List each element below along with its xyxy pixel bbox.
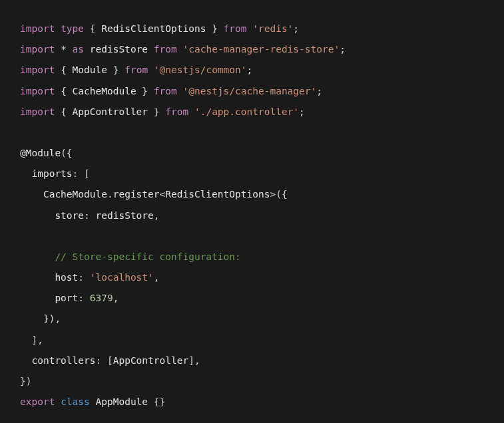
keyword-class: class	[61, 396, 90, 407]
indent	[20, 251, 55, 262]
semicolon: ;	[247, 65, 253, 75]
indent	[20, 355, 31, 366]
brace: {	[61, 86, 67, 96]
brace: }	[113, 65, 119, 75]
semicolon: ;	[299, 106, 305, 117]
keyword-type: type	[61, 23, 84, 34]
semicolon: ;	[316, 86, 322, 96]
brace: {	[154, 396, 160, 407]
indent	[20, 272, 55, 283]
code-line-17: controllers: [AppController],	[20, 351, 484, 371]
paren: (	[276, 189, 282, 200]
code-line-14: port: 6379,	[20, 288, 484, 309]
string-literal: 'localhost'	[90, 272, 154, 283]
brace: {	[67, 148, 73, 158]
code-line-8: imports: [	[20, 164, 484, 184]
string-literal: './app.controller'	[194, 106, 299, 117]
keyword-from: from	[154, 44, 177, 55]
keyword-import: import	[20, 65, 55, 75]
class-name: AppModule	[96, 396, 148, 407]
code-line-19: export class AppModule {}	[20, 392, 484, 412]
brace: }	[20, 376, 26, 386]
identifier: redisStore	[96, 210, 154, 221]
semicolon: ;	[293, 23, 299, 34]
keyword-from: from	[154, 86, 177, 96]
comma: ,	[154, 210, 160, 221]
code-line-2: import * as redisStore from 'cache-manag…	[20, 39, 484, 60]
keyword-import: import	[20, 44, 55, 55]
code-block: import type { RedisClientOptions } from …	[20, 19, 484, 412]
property: port	[55, 293, 78, 303]
keyword-from: from	[224, 23, 247, 34]
brace: {	[90, 23, 96, 34]
code-line-blank	[20, 122, 484, 143]
keyword-from: from	[165, 106, 188, 117]
bracket: ]	[31, 335, 37, 345]
identifier: CacheModule	[73, 86, 136, 96]
code-line-15: }),	[20, 309, 484, 329]
identifier: AppController	[113, 355, 189, 366]
type-name: RedisClientOptions	[165, 189, 270, 200]
keyword-from: from	[125, 65, 148, 75]
property: controllers	[31, 355, 95, 366]
string-literal: '@nestjs/common'	[154, 65, 247, 75]
brace: }	[160, 396, 166, 407]
code-line-13: host: 'localhost',	[20, 267, 484, 288]
indent	[20, 189, 43, 200]
code-line-18: })	[20, 371, 484, 392]
decorator: @Module	[20, 148, 61, 158]
semicolon: ;	[340, 44, 346, 55]
colon: :	[73, 168, 79, 179]
comma: ,	[55, 313, 61, 324]
code-line-blank	[20, 226, 484, 247]
angle-bracket: >	[270, 189, 276, 200]
code-line-10: store: redisStore,	[20, 206, 484, 226]
brace: }	[142, 86, 148, 96]
string-literal: '@nestjs/cache-manager'	[182, 86, 316, 96]
code-line-12: // Store-specific configuration:	[20, 247, 484, 267]
property: store	[55, 210, 84, 221]
brace: {	[61, 106, 67, 117]
brace: }	[154, 106, 160, 117]
paren: )	[26, 376, 32, 386]
code-line-4: import { CacheModule } from '@nestjs/cac…	[20, 81, 484, 102]
colon: :	[78, 293, 84, 303]
indent	[20, 313, 43, 324]
keyword-as: as	[73, 44, 84, 55]
brace: {	[61, 65, 67, 75]
keyword-import: import	[20, 23, 55, 34]
keyword-import: import	[20, 106, 55, 117]
number-literal: 6379	[90, 293, 113, 303]
property: host	[55, 272, 78, 283]
indent	[20, 335, 31, 345]
property: imports	[31, 168, 72, 179]
bracket: ]	[188, 355, 194, 366]
type-name: RedisClientOptions	[101, 23, 206, 34]
code-line-1: import type { RedisClientOptions } from …	[20, 19, 484, 39]
colon: :	[84, 210, 90, 221]
comma: ,	[194, 355, 200, 366]
code-line-7: @Module({	[20, 143, 484, 164]
code-line-9: CacheModule.register<RedisClientOptions>…	[20, 184, 484, 205]
brace: }	[43, 313, 49, 324]
identifier: Module	[73, 65, 107, 75]
code-line-5: import { AppController } from './app.con…	[20, 102, 484, 122]
keyword-import: import	[20, 86, 55, 96]
bracket: [	[107, 355, 113, 366]
identifier: redisStore	[90, 44, 148, 55]
comment: // Store-specific configuration:	[55, 251, 240, 262]
indent	[20, 210, 55, 221]
string-literal: 'redis'	[252, 23, 293, 34]
brace: }	[212, 23, 218, 34]
code-line-3: import { Module } from '@nestjs/common';	[20, 60, 484, 80]
method: register	[113, 189, 160, 200]
indent	[20, 168, 31, 179]
indent	[20, 293, 55, 303]
comma: ,	[113, 293, 119, 303]
string-literal: 'cache-manager-redis-store'	[183, 44, 340, 55]
keyword-export: export	[20, 396, 55, 407]
angle-bracket: <	[160, 189, 166, 200]
colon: :	[78, 272, 84, 283]
comma: ,	[37, 335, 43, 345]
colon: :	[96, 355, 102, 366]
